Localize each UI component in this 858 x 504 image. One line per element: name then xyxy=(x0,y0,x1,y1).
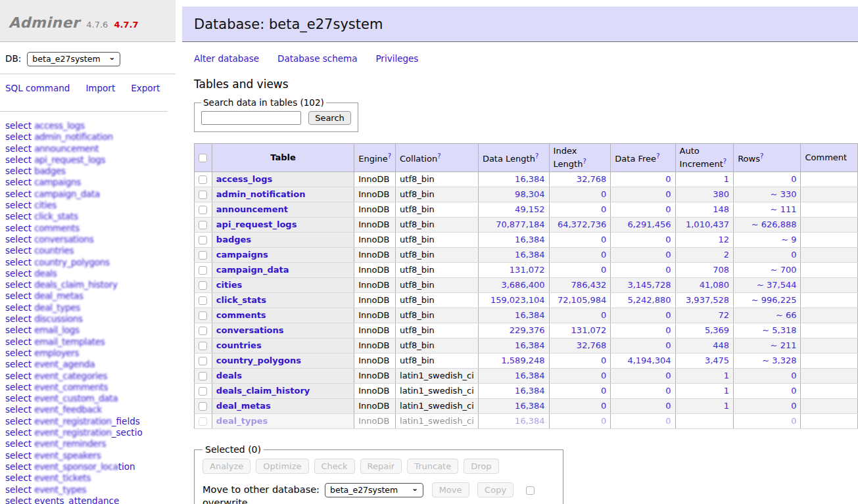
row-checkbox[interactable] xyxy=(199,175,207,184)
auto-increment-link[interactable]: 148 xyxy=(713,204,729,214)
rows-count-link[interactable]: ~ 9 xyxy=(781,235,796,244)
select-link[interactable]: select xyxy=(5,382,32,392)
help-link[interactable]: ? xyxy=(723,158,727,165)
table-name-link[interactable]: event_registration xyxy=(34,416,112,426)
select-link[interactable]: select xyxy=(5,495,32,504)
index-length-link[interactable]: 0 xyxy=(601,250,606,260)
data-free-link[interactable]: 0 xyxy=(665,386,671,396)
table-name-link[interactable]: event_speakers xyxy=(34,450,101,461)
data-length-link[interactable]: 16,384 xyxy=(515,250,545,260)
auto-increment-link[interactable]: 708 xyxy=(713,265,729,275)
row-checkbox[interactable] xyxy=(199,357,207,365)
rows-count-link[interactable]: ~ 330 xyxy=(771,189,797,199)
select-link[interactable]: select xyxy=(5,245,32,256)
data-free-link[interactable]: 4,194,304 xyxy=(627,355,671,365)
select-link[interactable]: select xyxy=(5,450,32,461)
data-length-link[interactable]: 16,384 xyxy=(515,401,545,411)
data-length-link[interactable]: 98,304 xyxy=(515,189,545,199)
row-checkbox[interactable] xyxy=(199,281,207,290)
table-name-link[interactable]: deals_claim_history xyxy=(34,279,118,290)
table-name-link[interactable]: deal_metas xyxy=(34,290,83,301)
data-length-link[interactable]: 131,072 xyxy=(510,265,545,275)
repair-button[interactable]: Repair xyxy=(360,459,402,474)
data-free-link[interactable]: 5,242,880 xyxy=(627,295,671,305)
sidebar-link-sql-command[interactable]: SQL command xyxy=(5,83,70,93)
index-length-link[interactable]: 32,768 xyxy=(577,174,607,184)
rows-count-link[interactable]: 0 xyxy=(791,250,796,260)
select-link[interactable]: select xyxy=(5,154,32,165)
table-name-link[interactable]: conversations xyxy=(34,234,93,244)
table-link[interactable]: click_stats xyxy=(216,295,266,305)
data-length-link[interactable]: 16,384 xyxy=(515,340,545,350)
data-length-link[interactable]: 16,384 xyxy=(515,371,545,380)
row-checkbox[interactable] xyxy=(199,206,207,214)
row-checkbox[interactable] xyxy=(199,236,207,244)
select-link[interactable]: select xyxy=(5,223,32,233)
drop-button[interactable]: Drop xyxy=(464,459,498,474)
select-link[interactable]: select xyxy=(5,211,32,221)
table-name-link[interactable]: country_polygons xyxy=(34,257,110,267)
data-length-link[interactable]: 3,686,400 xyxy=(501,280,544,290)
auto-increment-link[interactable]: 41,080 xyxy=(700,280,730,290)
search-input[interactable] xyxy=(201,111,301,125)
index-length-link[interactable]: 0 xyxy=(601,416,606,426)
select-link[interactable]: select xyxy=(5,416,32,426)
table-name-link[interactable]: admin_notification xyxy=(34,131,113,142)
new-version-link[interactable]: 4.7.7 xyxy=(114,20,139,30)
truncate-button[interactable]: Truncate xyxy=(407,459,458,474)
data-length-link[interactable]: 70,877,184 xyxy=(496,219,544,229)
data-length-link[interactable]: 229,376 xyxy=(510,325,545,335)
select-link[interactable]: select xyxy=(5,438,32,449)
data-free-link[interactable]: 0 xyxy=(665,250,671,260)
data-free-link[interactable]: 0 xyxy=(665,189,671,199)
table-name-link[interactable]: event_registration xyxy=(34,427,112,438)
select-all-checkbox[interactable] xyxy=(199,154,207,162)
row-checkbox[interactable] xyxy=(199,327,207,335)
table-name-link[interactable]: event_tickets xyxy=(34,472,91,483)
data-length-link[interactable]: 49,152 xyxy=(515,204,545,214)
table-name-link[interactable]: campaigns xyxy=(34,177,81,187)
overwrite-checkbox[interactable] xyxy=(526,486,535,495)
row-checkbox[interactable] xyxy=(199,342,207,350)
auto-increment-link[interactable]: 2 xyxy=(724,250,729,260)
row-checkbox[interactable] xyxy=(199,251,207,260)
table-link[interactable]: country_polygons xyxy=(216,355,301,365)
rows-count-link[interactable]: ~ 66 xyxy=(776,310,797,320)
index-length-link[interactable]: 0 xyxy=(601,310,606,320)
row-checkbox[interactable] xyxy=(199,387,207,396)
table-name-link[interactable]: event_agenda xyxy=(34,359,95,369)
auto-increment-link[interactable]: 1 xyxy=(724,174,729,184)
table-link[interactable]: deal_metas xyxy=(216,401,271,411)
row-checkbox[interactable] xyxy=(199,417,207,426)
table-name-link[interactable]: email_templates xyxy=(34,336,105,347)
data-free-link[interactable]: 0 xyxy=(665,310,671,320)
table-name-link[interactable]: deal_types xyxy=(34,302,80,313)
auto-increment-link[interactable]: 448 xyxy=(713,340,729,350)
table-name-suffix[interactable]: _fields xyxy=(112,416,140,426)
auto-increment-link[interactable]: 3,937,528 xyxy=(686,295,729,305)
select-link[interactable]: select xyxy=(5,279,32,290)
auto-increment-link[interactable]: 12 xyxy=(719,235,730,244)
table-link[interactable]: api_request_logs xyxy=(216,219,297,229)
rows-count-link[interactable]: ~ 37,544 xyxy=(757,280,797,290)
data-length-link[interactable]: 159,023,104 xyxy=(490,295,545,305)
rows-count-link[interactable]: 0 xyxy=(791,174,796,184)
rows-count-link[interactable]: ~ 3,328 xyxy=(762,355,796,365)
table-name-link[interactable]: badges xyxy=(34,166,66,176)
select-link[interactable]: select xyxy=(5,234,32,244)
copy-button[interactable]: Copy xyxy=(477,482,513,497)
select-link[interactable]: select xyxy=(5,143,32,154)
data-length-link[interactable]: 16,384 xyxy=(515,416,545,426)
table-name-link[interactable]: comments xyxy=(34,223,80,233)
table-name-link[interactable]: cities xyxy=(34,200,57,210)
table-link[interactable]: countries xyxy=(216,340,262,350)
check-button[interactable]: Check xyxy=(314,459,355,474)
table-name-link[interactable]: event_categories xyxy=(34,371,107,381)
select-link[interactable]: select xyxy=(5,131,32,142)
rows-count-link[interactable]: ~ 996,225 xyxy=(751,295,797,305)
index-length-link[interactable]: 0 xyxy=(601,235,606,244)
select-link[interactable]: select xyxy=(5,268,32,279)
help-link[interactable]: ? xyxy=(535,152,538,160)
auto-increment-link[interactable]: 72 xyxy=(719,310,730,320)
rows-count-link[interactable]: ~ 700 xyxy=(771,265,797,275)
